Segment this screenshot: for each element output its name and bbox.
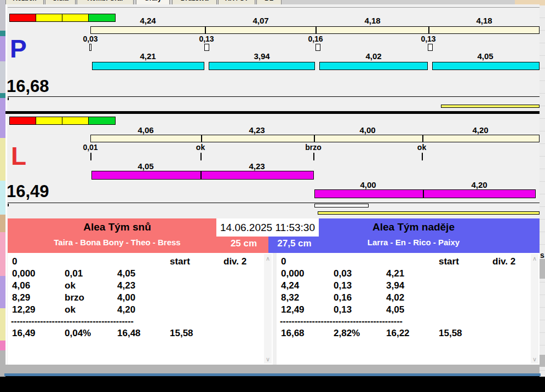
background-stripe: [0, 215, 5, 232]
p-leg-label: 4,02: [349, 51, 398, 61]
scroll-up-icon[interactable]: ∧: [531, 255, 538, 262]
tab-kombi-graf[interactable]: Kombi Graf: [77, 0, 134, 4]
team-right-jump-height: 27,5 cm: [268, 238, 320, 249]
tab-druzstva[interactable]: Družstva: [172, 0, 217, 4]
right-edge-strip: s: [540, 5, 545, 377]
p-diff-marker: [89, 44, 91, 51]
l-leg-label: 4,20: [455, 180, 504, 189]
l-diff-label: brzo: [289, 143, 338, 152]
scroll-down-icon[interactable]: ∨: [531, 356, 538, 362]
l-split-label: 4,06: [121, 125, 170, 135]
p-diff-marker: [315, 44, 320, 51]
table-cell: 3,94: [386, 281, 404, 291]
table-total: 2,82%: [334, 328, 360, 339]
background-stripe: [0, 36, 5, 61]
p-leg-label: 4,05: [461, 51, 510, 61]
table-total: 15,58: [439, 328, 462, 339]
p-diff-marker: [428, 44, 433, 51]
table-cell: 8,32: [281, 293, 299, 303]
table-cell: brzo: [65, 293, 84, 303]
tab-cidla[interactable]: Čidla: [45, 0, 76, 4]
right-strip-text: s: [540, 251, 544, 260]
background-stripe: [0, 98, 5, 138]
tab-rozbeh[interactable]: Rozběh: [5, 0, 44, 4]
table-cell: 0,01: [65, 269, 83, 279]
p-split-label: 4,18: [460, 16, 509, 25]
legend-green-block: [88, 117, 116, 125]
background-stripe: [0, 61, 5, 93]
bar-divider: [423, 189, 424, 198]
scroll-down-icon[interactable]: ∨: [264, 356, 272, 362]
l-diff-marker: [200, 153, 202, 160]
table-cell: 0,000: [281, 269, 305, 279]
table-div-header: div. 2: [223, 257, 246, 267]
team-right-name: Alea Tým naděje: [329, 221, 498, 233]
tab-dl[interactable]: DL: [256, 0, 282, 4]
background-stripe: [0, 93, 5, 98]
l-split-label: 4,23: [232, 125, 282, 135]
table-separator: ----------------------------------------…: [11, 316, 134, 326]
table-cell: 0,03: [334, 269, 352, 279]
lane-p-letter: P: [10, 36, 27, 61]
legend-red-block: [9, 117, 36, 125]
table-cell: 4,23: [117, 281, 135, 291]
p-diff-label: 0,13: [182, 34, 231, 43]
window-bottom-band: [5, 365, 540, 373]
table-total: 15,58: [170, 328, 193, 339]
legend-red-block: [9, 14, 36, 22]
team-left-members: Taira - Bona Bony - Theo - Bress: [19, 238, 216, 247]
table-total: 16,49: [12, 328, 36, 339]
p-leg-bar: [319, 62, 428, 70]
l-leg-bar-row2: [314, 189, 536, 198]
tab-label: Kombi Graf: [87, 0, 123, 2]
team-right-table: [277, 253, 540, 365]
table-right-scrollbar[interactable]: ∧ ∨: [531, 254, 538, 364]
legend-green-block: [88, 14, 116, 22]
baseline-tick: [8, 97, 9, 100]
team-left-table: [8, 253, 273, 365]
tab-grafy-active[interactable]: Grafy: [136, 0, 170, 4]
panel-groove-line: [8, 7, 540, 8]
tab-label: Rozběh: [13, 0, 36, 2]
table-cell: 0,13: [334, 305, 352, 315]
table-total: 0,04%: [65, 328, 91, 339]
app-window: Rozběh Čidla Kombi Graf Grafy Družstva K…: [0, 0, 545, 392]
tab-bar: Rozběh Čidla Kombi Graf Grafy Družstva K…: [5, 0, 515, 4]
p-leg-label: 4,21: [123, 51, 173, 61]
l-leg-bar-row1: [91, 171, 314, 180]
table-cell: 0,000: [12, 269, 36, 279]
l-progress-bar: [318, 211, 540, 215]
l-split-bar: [90, 135, 540, 142]
table-start-header: start: [170, 257, 190, 267]
p-split-label: 4,24: [123, 16, 173, 25]
team-right-members: Larra - En - Rico - Paixy: [329, 238, 498, 247]
legend-yellow-block: [62, 14, 89, 22]
table-left-scrollbar[interactable]: ∧ ∨: [264, 254, 272, 364]
bar-divider: [422, 135, 423, 142]
tab-label: KR / ST: [225, 0, 249, 2]
table-cell: ok: [65, 305, 76, 315]
table-total: 16,48: [117, 328, 141, 339]
p-progress-bar: [441, 105, 540, 108]
bar-divider: [314, 135, 315, 142]
p-diff-label: 0,13: [404, 34, 453, 43]
scroll-up-icon[interactable]: ∧: [264, 255, 272, 262]
bar-divider: [201, 135, 202, 142]
tab-kr-st[interactable]: KR / ST: [218, 0, 255, 4]
right-strip-block: [540, 355, 545, 367]
l-leg-label: 4,05: [121, 162, 170, 171]
background-stripe: [0, 308, 5, 341]
lane-p-total-time: 16,68: [7, 78, 49, 95]
p-split-bar: [90, 26, 540, 34]
background-stripe: [0, 181, 5, 215]
table-total: 16,22: [386, 328, 410, 339]
lane-l-total-time: 16,49: [7, 183, 49, 200]
l-leg-label: 4,23: [232, 162, 282, 171]
table-cell: 4,20: [117, 305, 135, 315]
p-diff-label: 0,16: [291, 34, 340, 43]
bar-divider: [428, 26, 429, 34]
background-stripe: [0, 341, 5, 350]
tab-label: Čidla: [52, 0, 68, 2]
p-leg-bar: [432, 62, 540, 70]
l-leg-label: 4,00: [343, 180, 393, 189]
